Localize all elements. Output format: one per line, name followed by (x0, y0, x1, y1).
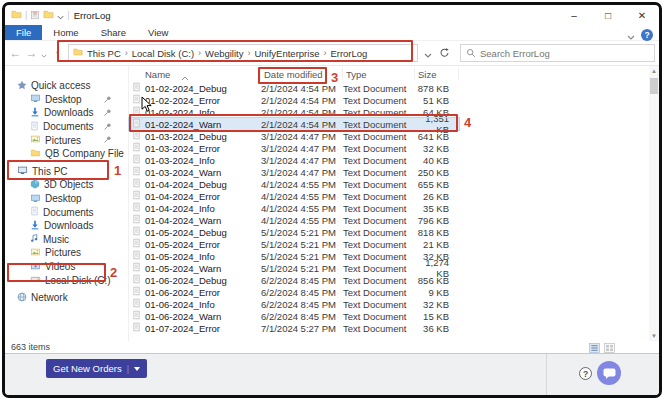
file-row-01-05-2024_error[interactable]: 01-05-2024_Error5/1/2024 5:21 PMText Doc… (129, 238, 459, 250)
sidebar-item-3d-objects[interactable]: 3D Objects (5, 178, 128, 192)
help-icon[interactable]: ? (641, 29, 653, 41)
properties-icon[interactable] (30, 6, 40, 24)
search-box[interactable] (460, 44, 655, 62)
close-button[interactable]: ✕ (625, 5, 659, 25)
file-size: 21 KB (415, 239, 459, 250)
file-date-modified: 5/1/2024 5:21 PM (261, 239, 343, 250)
file-date-modified: 3/1/2024 4:47 PM (261, 155, 343, 166)
file-row-01-05-2024_debug[interactable]: 01-05-2024_Debug5/1/2024 5:21 PMText Doc… (129, 226, 459, 238)
sidebar-item-documents[interactable]: Documents (5, 120, 128, 134)
text-file-icon (132, 142, 141, 154)
file-name: 01-05-2024_Debug (145, 227, 227, 238)
sidebar-item-downloads[interactable]: Downloads (5, 106, 128, 120)
file-row-01-04-2024_info[interactable]: 01-04-2024_Info4/1/2024 4:55 PMText Docu… (129, 202, 459, 214)
file-row-01-05-2024_warn[interactable]: 01-05-2024_Warn5/1/2024 5:21 PMText Docu… (129, 262, 459, 274)
scrollbar-thumb[interactable] (650, 78, 658, 94)
search-icon (466, 44, 476, 62)
help-icon[interactable]: ? (579, 367, 592, 380)
folder-icon (30, 148, 41, 160)
get-new-orders-button[interactable]: Get New Orders | (46, 359, 147, 378)
text-file-icon (132, 190, 141, 202)
file-row-01-03-2024_error[interactable]: 01-03-2024_Error3/1/2024 4:47 PMText Doc… (129, 142, 459, 154)
file-date-modified: 5/1/2024 5:21 PM (261, 251, 343, 262)
monitor-icon (30, 93, 41, 105)
file-size: 32 KB (415, 143, 459, 154)
file-size: 15 KB (415, 311, 459, 322)
file-row-01-06-2024_warn[interactable]: 01-06-2024_Warn6/2/2024 8:45 PMText Docu… (129, 310, 459, 322)
file-size: 641 KB (415, 131, 459, 142)
file-row-01-04-2024_error[interactable]: 01-04-2024_Error4/1/2024 4:55 PMText Doc… (129, 190, 459, 202)
refresh-icon[interactable] (439, 44, 450, 62)
search-input[interactable] (480, 48, 649, 59)
sidebar-item-qb-company-file[interactable]: QB Company File (5, 147, 128, 161)
customize-toolbar-icon[interactable] (57, 6, 64, 24)
tab-share[interactable]: Share (90, 25, 137, 40)
pin-icon (103, 95, 112, 106)
file-name: 01-06-2024_Info (145, 299, 215, 310)
maximize-button[interactable]: □ (591, 5, 625, 25)
navigation-pane: Quick accessDesktopDownloadsDocumentsPic… (5, 66, 129, 341)
vertical-scrollbar[interactable]: ▲ ▼ (649, 66, 659, 341)
file-row-01-06-2024_info[interactable]: 01-06-2024_Info6/2/2024 8:45 PMText Docu… (129, 298, 459, 310)
text-file-icon (132, 166, 141, 178)
file-row-01-02-2024_error[interactable]: 01-02-2024_Error2/1/2024 4:54 PMText Doc… (129, 94, 459, 106)
minimize-button[interactable]: – (557, 5, 591, 25)
mouse-cursor (141, 96, 153, 117)
expand-ribbon-icon[interactable] (627, 26, 635, 44)
pin-icon (103, 108, 112, 119)
sidebar-item-pictures[interactable]: Pictures (5, 133, 128, 147)
file-row-01-06-2024_debug[interactable]: 01-06-2024_Debug6/2/2024 8:45 PMText Doc… (129, 274, 459, 286)
sidebar-item-pictures[interactable]: Pictures (5, 246, 128, 260)
file-row-01-06-2024_error[interactable]: 01-06-2024_Error6/2/2024 8:45 PMText Doc… (129, 286, 459, 298)
file-size: 796 KB (415, 215, 459, 226)
item-count: 663 items (11, 342, 50, 352)
file-name: 01-05-2024_Error (145, 239, 220, 250)
forward-button[interactable]: → (25, 46, 38, 60)
tab-home[interactable]: Home (42, 25, 89, 40)
sort-ascending-icon[interactable] (181, 67, 189, 85)
sidebar-item-downloads[interactable]: Downloads (5, 219, 128, 233)
annotation-box-date-modified (258, 67, 327, 84)
tab-view[interactable]: View (137, 25, 179, 40)
tab-file[interactable]: File (5, 25, 42, 40)
file-row-01-03-2024_warn[interactable]: 01-03-2024_Warn3/1/2024 4:47 PMText Docu… (129, 166, 459, 178)
monitor-icon (30, 193, 41, 205)
text-file-icon (132, 94, 141, 106)
recent-locations-icon[interactable] (41, 44, 47, 62)
new-folder-icon[interactable] (43, 6, 54, 24)
file-row-01-03-2024_info[interactable]: 01-03-2024_Info3/1/2024 4:47 PMText Docu… (129, 154, 459, 166)
file-date-modified: 6/2/2024 8:45 PM (261, 311, 343, 322)
file-type: Text Document (343, 311, 415, 322)
text-file-icon (132, 214, 141, 226)
column-header-type[interactable]: Type (343, 68, 415, 80)
sidebar-item-label: Desktop (45, 94, 82, 105)
file-row-01-05-2024_info[interactable]: 01-05-2024_Info5/1/2024 5:21 PMText Docu… (129, 250, 459, 262)
pin-icon (103, 135, 112, 146)
sidebar-item-network[interactable]: Network (5, 291, 128, 305)
sidebar-item-desktop[interactable]: Desktop (5, 93, 128, 107)
cube-icon (30, 179, 40, 191)
file-type: Text Document (343, 215, 415, 226)
file-name: 01-05-2024_Info (145, 251, 215, 262)
sidebar-item-music[interactable]: Music (5, 233, 128, 247)
pin-icon (103, 122, 112, 133)
sidebar-item-documents[interactable]: Documents (5, 205, 128, 219)
file-row-01-04-2024_warn[interactable]: 01-04-2024_Warn4/1/2024 4:55 PMText Docu… (129, 214, 459, 226)
file-size: 655 KB (415, 179, 459, 190)
sidebar-item-desktop[interactable]: Desktop (5, 192, 128, 206)
back-button[interactable]: ← (9, 46, 22, 60)
column-header-name[interactable]: Name (129, 68, 261, 80)
column-header-size[interactable]: Size (415, 68, 459, 80)
file-row-01-04-2024_debug[interactable]: 01-04-2024_Debug4/1/2024 4:55 PMText Doc… (129, 178, 459, 190)
chat-bubble-icon[interactable] (597, 361, 621, 385)
file-name: 01-03-2024_Debug (145, 131, 227, 142)
file-date-modified: 3/1/2024 4:47 PM (261, 167, 343, 178)
file-name: 01-04-2024_Warn (145, 215, 221, 226)
sidebar-item-quick-access[interactable]: Quick access (5, 79, 128, 93)
file-row-01-07-2024_error[interactable]: 01-07-2024_Error7/1/2024 5:27 PMText Doc… (129, 322, 459, 334)
scroll-down-icon[interactable]: ▼ (649, 331, 659, 341)
file-type: Text Document (343, 179, 415, 190)
address-dropdown-icon[interactable] (424, 44, 432, 62)
scroll-up-icon[interactable]: ▲ (649, 66, 659, 76)
get-new-orders-label: Get New Orders (53, 363, 122, 374)
